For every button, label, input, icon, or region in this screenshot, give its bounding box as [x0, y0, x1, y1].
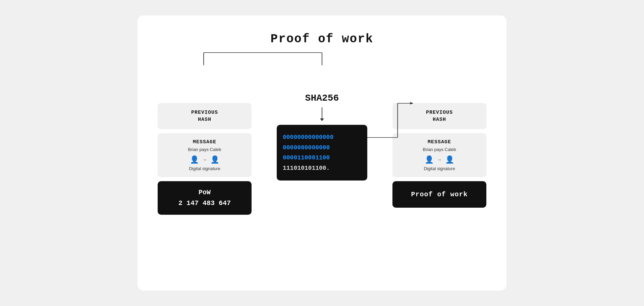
right-message-title: MESSAGE: [399, 139, 480, 145]
left-person-from-icon: 👤: [190, 155, 199, 164]
hash-line-3: 0000110001100: [283, 153, 361, 163]
center-column: SHA256 00000000000000 0000000000000 0000…: [265, 63, 379, 181]
hash-output-box: 00000000000000 0000000000000 00001100011…: [277, 125, 367, 181]
right-previous-hash-card: PREVIOUSHASH: [392, 103, 486, 129]
left-previous-hash-card: PREVIOUSHASH: [158, 103, 252, 129]
left-person-to-icon: 👤: [210, 155, 219, 164]
diagram-container: PREVIOUSHASH MESSAGE Brian pays Caleb 👤 …: [158, 63, 486, 215]
proof-of-work-label: Proof of work: [400, 191, 478, 198]
left-previous-hash-label: PREVIOUSHASH: [164, 109, 245, 123]
main-card: Proof of work PREVIOUSHASH MESSAGE: [138, 15, 506, 291]
hash-line-1: 00000000000000: [283, 132, 361, 143]
left-message-title: MESSAGE: [164, 139, 245, 145]
right-person-from-icon: 👤: [425, 155, 434, 164]
right-previous-hash-label: PREVIOUSHASH: [399, 109, 480, 123]
left-message-sub: Brian pays Caleb: [164, 147, 245, 152]
right-message-card: MESSAGE Brian pays Caleb 👤 → 👤 Digital s…: [392, 133, 486, 177]
hash-line-2: 0000000000000: [283, 143, 361, 153]
left-pow-title: PoW: [166, 187, 244, 198]
sha256-label: SHA256: [305, 93, 339, 103]
left-arrow-icon: →: [202, 157, 207, 162]
page-title: Proof of work: [271, 32, 374, 46]
proof-of-work-box: Proof of work: [392, 181, 486, 208]
left-pow-value: 2 147 483 647: [166, 198, 244, 209]
left-digital-sig: Digital signature: [164, 166, 245, 171]
left-message-card: MESSAGE Brian pays Caleb 👤 → 👤 Digital s…: [158, 133, 252, 177]
left-column: PREVIOUSHASH MESSAGE Brian pays Caleb 👤 …: [158, 103, 252, 215]
sha-arrow-down: [322, 107, 322, 121]
right-person-to-icon: 👤: [445, 155, 454, 164]
right-arrow-icon: →: [437, 157, 442, 162]
right-message-people: 👤 → 👤: [399, 155, 480, 164]
hash-line-4: 111010101100.: [283, 163, 361, 173]
right-column: PREVIOUSHASH MESSAGE Brian pays Caleb 👤 …: [392, 103, 486, 208]
right-message-sub: Brian pays Caleb: [399, 147, 480, 152]
left-message-people: 👤 → 👤: [164, 155, 245, 164]
right-digital-sig: Digital signature: [399, 166, 480, 171]
left-pow-box: PoW 2 147 483 647: [158, 181, 252, 215]
